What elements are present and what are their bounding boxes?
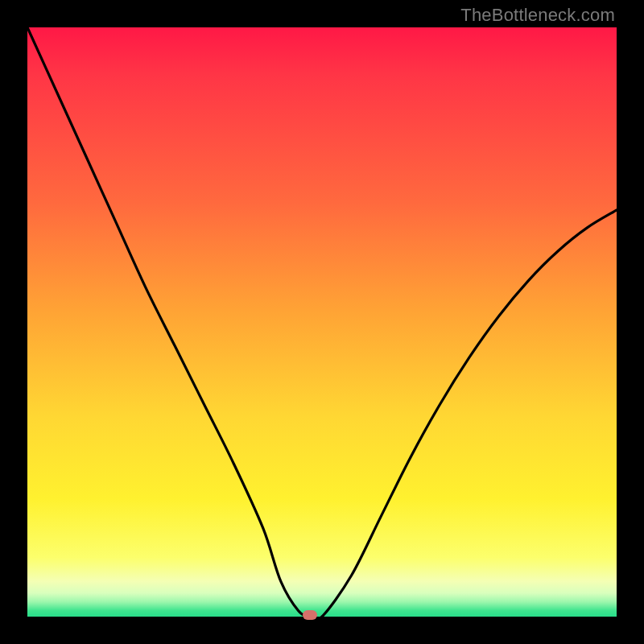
bottleneck-curve bbox=[27, 27, 617, 620]
plot-area bbox=[27, 27, 617, 617]
optimal-point-marker bbox=[303, 610, 317, 620]
chart-frame: TheBottleneck.com bbox=[0, 0, 644, 644]
curve-svg bbox=[27, 27, 617, 617]
watermark-text: TheBottleneck.com bbox=[460, 5, 615, 26]
